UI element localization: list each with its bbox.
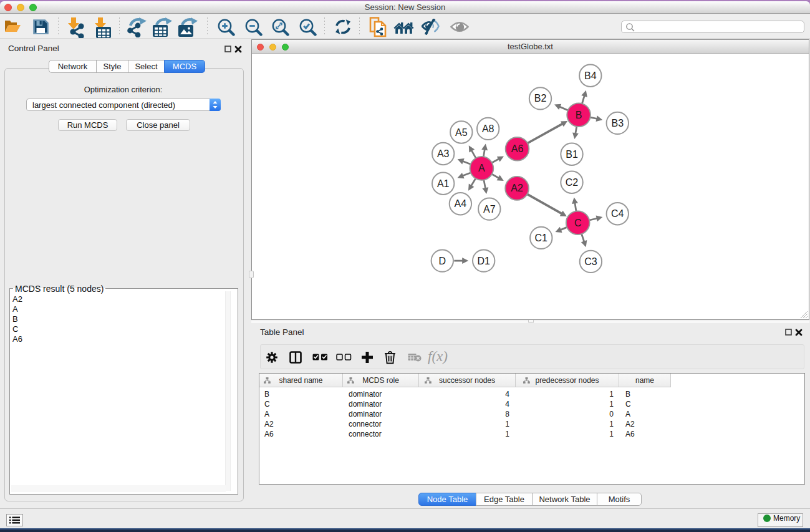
svg-text:C: C xyxy=(574,218,582,228)
svg-text:A1: A1 xyxy=(437,178,450,189)
svg-text:A5: A5 xyxy=(455,127,468,138)
svg-text:B3: B3 xyxy=(612,118,624,128)
svg-text:B2: B2 xyxy=(534,93,547,104)
svg-text:B: B xyxy=(576,110,582,120)
svg-text:A6: A6 xyxy=(511,143,524,154)
svg-text:A8: A8 xyxy=(482,123,494,134)
svg-text:A3: A3 xyxy=(437,148,450,159)
svg-text:D: D xyxy=(439,256,446,266)
svg-text:C2: C2 xyxy=(566,177,579,188)
svg-text:B4: B4 xyxy=(584,70,597,81)
svg-text:D1: D1 xyxy=(477,256,490,266)
svg-text:C3: C3 xyxy=(584,256,597,267)
svg-text:B1: B1 xyxy=(566,149,578,160)
svg-text:C1: C1 xyxy=(535,233,548,243)
svg-text:C4: C4 xyxy=(611,208,624,219)
svg-text:A: A xyxy=(478,163,485,173)
svg-text:A7: A7 xyxy=(483,204,496,215)
svg-text:A4: A4 xyxy=(455,198,467,209)
svg-text:A2: A2 xyxy=(511,183,523,193)
